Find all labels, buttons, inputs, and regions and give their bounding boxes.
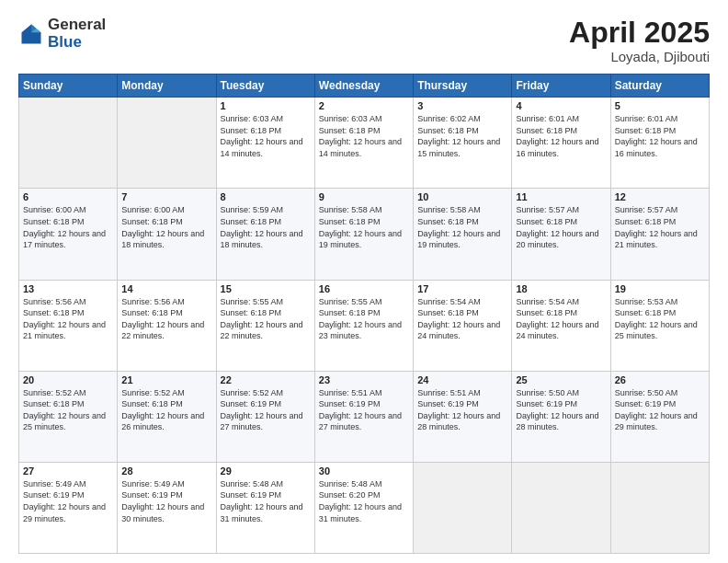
day-info: Sunrise: 5:51 AM Sunset: 6:19 PM Dayligh… xyxy=(417,387,507,433)
weekday-header-monday: Monday xyxy=(118,75,216,98)
day-info: Sunrise: 5:52 AM Sunset: 6:18 PM Dayligh… xyxy=(23,387,113,433)
day-cell: 5Sunrise: 6:01 AM Sunset: 6:18 PM Daylig… xyxy=(610,98,709,189)
day-cell: 10Sunrise: 5:58 AM Sunset: 6:18 PM Dayli… xyxy=(414,189,512,280)
week-row-5: 27Sunrise: 5:49 AM Sunset: 6:19 PM Dayli… xyxy=(19,462,710,553)
day-info: Sunrise: 6:03 AM Sunset: 6:18 PM Dayligh… xyxy=(319,113,409,159)
day-cell xyxy=(118,98,216,189)
header: General Blue April 2025 Loyada, Djibouti xyxy=(18,17,710,64)
day-cell xyxy=(19,98,118,189)
day-info: Sunrise: 5:52 AM Sunset: 6:18 PM Dayligh… xyxy=(121,387,211,433)
day-cell: 7Sunrise: 6:00 AM Sunset: 6:18 PM Daylig… xyxy=(118,189,216,280)
day-info: Sunrise: 5:55 AM Sunset: 6:18 PM Dayligh… xyxy=(221,296,311,342)
day-cell: 23Sunrise: 5:51 AM Sunset: 6:19 PM Dayli… xyxy=(314,371,413,462)
day-number: 11 xyxy=(516,191,606,202)
day-info: Sunrise: 6:00 AM Sunset: 6:18 PM Dayligh… xyxy=(23,204,113,250)
weekday-header-saturday: Saturday xyxy=(610,75,709,98)
day-cell: 27Sunrise: 5:49 AM Sunset: 6:19 PM Dayli… xyxy=(19,462,118,553)
day-info: Sunrise: 6:01 AM Sunset: 6:18 PM Dayligh… xyxy=(516,113,606,159)
day-number: 15 xyxy=(221,283,311,294)
day-cell: 6Sunrise: 6:00 AM Sunset: 6:18 PM Daylig… xyxy=(19,189,118,280)
day-number: 17 xyxy=(417,283,507,294)
day-number: 27 xyxy=(23,465,113,477)
day-cell: 18Sunrise: 5:54 AM Sunset: 6:18 PM Dayli… xyxy=(512,280,610,371)
week-row-2: 6Sunrise: 6:00 AM Sunset: 6:18 PM Daylig… xyxy=(19,189,710,280)
day-info: Sunrise: 5:58 AM Sunset: 6:18 PM Dayligh… xyxy=(319,204,409,250)
weekday-header-friday: Friday xyxy=(512,75,610,98)
day-number: 19 xyxy=(615,283,705,294)
day-cell: 13Sunrise: 5:56 AM Sunset: 6:18 PM Dayli… xyxy=(19,280,118,371)
day-info: Sunrise: 5:50 AM Sunset: 6:19 PM Dayligh… xyxy=(516,387,606,433)
day-number: 20 xyxy=(23,374,113,385)
day-cell: 17Sunrise: 5:54 AM Sunset: 6:18 PM Dayli… xyxy=(414,280,512,371)
day-info: Sunrise: 5:58 AM Sunset: 6:18 PM Dayligh… xyxy=(417,204,507,250)
day-number: 6 xyxy=(23,191,113,202)
day-number: 14 xyxy=(121,283,211,294)
day-info: Sunrise: 6:01 AM Sunset: 6:18 PM Dayligh… xyxy=(615,113,705,159)
day-cell: 12Sunrise: 5:57 AM Sunset: 6:18 PM Dayli… xyxy=(610,189,709,280)
day-cell: 8Sunrise: 5:59 AM Sunset: 6:18 PM Daylig… xyxy=(216,189,314,280)
day-cell: 14Sunrise: 5:56 AM Sunset: 6:18 PM Dayli… xyxy=(118,280,216,371)
day-cell xyxy=(414,462,512,553)
day-cell: 16Sunrise: 5:55 AM Sunset: 6:18 PM Dayli… xyxy=(314,280,413,371)
day-cell: 29Sunrise: 5:48 AM Sunset: 6:19 PM Dayli… xyxy=(216,462,314,553)
day-number: 16 xyxy=(319,283,409,294)
day-cell: 21Sunrise: 5:52 AM Sunset: 6:18 PM Dayli… xyxy=(118,371,216,462)
day-info: Sunrise: 5:57 AM Sunset: 6:18 PM Dayligh… xyxy=(516,204,606,250)
day-info: Sunrise: 5:56 AM Sunset: 6:18 PM Dayligh… xyxy=(121,296,211,342)
weekday-header-thursday: Thursday xyxy=(414,75,512,98)
logo-text: General Blue xyxy=(48,17,106,51)
day-info: Sunrise: 5:50 AM Sunset: 6:19 PM Dayligh… xyxy=(615,387,705,433)
day-info: Sunrise: 5:48 AM Sunset: 6:19 PM Dayligh… xyxy=(221,478,311,524)
week-row-4: 20Sunrise: 5:52 AM Sunset: 6:18 PM Dayli… xyxy=(19,371,710,462)
day-cell: 26Sunrise: 5:50 AM Sunset: 6:19 PM Dayli… xyxy=(610,371,709,462)
day-info: Sunrise: 5:54 AM Sunset: 6:18 PM Dayligh… xyxy=(417,296,507,342)
weekday-header-sunday: Sunday xyxy=(19,75,118,98)
day-number: 13 xyxy=(23,283,113,294)
title-area: April 2025 Loyada, Djibouti xyxy=(569,17,710,64)
logo-blue: Blue xyxy=(48,34,106,52)
week-row-1: 1Sunrise: 6:03 AM Sunset: 6:18 PM Daylig… xyxy=(19,98,710,189)
day-number: 12 xyxy=(615,191,705,202)
day-number: 10 xyxy=(417,191,507,202)
day-info: Sunrise: 5:57 AM Sunset: 6:18 PM Dayligh… xyxy=(615,204,705,250)
day-cell: 20Sunrise: 5:52 AM Sunset: 6:18 PM Dayli… xyxy=(19,371,118,462)
day-number: 21 xyxy=(121,374,211,385)
month-title: April 2025 xyxy=(569,17,710,49)
logo-general: General xyxy=(48,17,106,34)
weekday-header-row: SundayMondayTuesdayWednesdayThursdayFrid… xyxy=(19,75,710,98)
day-number: 28 xyxy=(121,465,211,477)
day-cell xyxy=(610,462,709,553)
day-number: 7 xyxy=(121,191,211,202)
day-info: Sunrise: 5:53 AM Sunset: 6:18 PM Dayligh… xyxy=(615,296,705,342)
day-info: Sunrise: 5:51 AM Sunset: 6:19 PM Dayligh… xyxy=(319,387,409,433)
day-cell: 15Sunrise: 5:55 AM Sunset: 6:18 PM Dayli… xyxy=(216,280,314,371)
day-number: 2 xyxy=(319,100,409,111)
day-info: Sunrise: 5:55 AM Sunset: 6:18 PM Dayligh… xyxy=(319,296,409,342)
day-cell: 22Sunrise: 5:52 AM Sunset: 6:19 PM Dayli… xyxy=(216,371,314,462)
day-number: 8 xyxy=(221,191,311,202)
day-cell: 3Sunrise: 6:02 AM Sunset: 6:18 PM Daylig… xyxy=(414,98,512,189)
day-number: 25 xyxy=(516,374,606,385)
day-cell: 11Sunrise: 5:57 AM Sunset: 6:18 PM Dayli… xyxy=(512,189,610,280)
weekday-header-tuesday: Tuesday xyxy=(216,75,314,98)
calendar-table: SundayMondayTuesdayWednesdayThursdayFrid… xyxy=(18,74,710,554)
day-info: Sunrise: 5:49 AM Sunset: 6:19 PM Dayligh… xyxy=(23,478,113,524)
day-cell: 19Sunrise: 5:53 AM Sunset: 6:18 PM Dayli… xyxy=(610,280,709,371)
day-number: 3 xyxy=(417,100,507,111)
day-number: 23 xyxy=(319,374,409,385)
day-cell: 24Sunrise: 5:51 AM Sunset: 6:19 PM Dayli… xyxy=(414,371,512,462)
week-row-3: 13Sunrise: 5:56 AM Sunset: 6:18 PM Dayli… xyxy=(19,280,710,371)
day-info: Sunrise: 5:54 AM Sunset: 6:18 PM Dayligh… xyxy=(516,296,606,342)
day-cell: 2Sunrise: 6:03 AM Sunset: 6:18 PM Daylig… xyxy=(314,98,413,189)
day-number: 22 xyxy=(221,374,311,385)
logo: General Blue xyxy=(18,17,106,51)
day-number: 9 xyxy=(319,191,409,202)
logo-icon xyxy=(18,21,44,47)
day-cell: 1Sunrise: 6:03 AM Sunset: 6:18 PM Daylig… xyxy=(216,98,314,189)
day-cell: 9Sunrise: 5:58 AM Sunset: 6:18 PM Daylig… xyxy=(314,189,413,280)
day-cell: 4Sunrise: 6:01 AM Sunset: 6:18 PM Daylig… xyxy=(512,98,610,189)
day-number: 24 xyxy=(417,374,507,385)
day-number: 1 xyxy=(221,100,311,111)
page: General Blue April 2025 Loyada, Djibouti… xyxy=(0,0,728,563)
day-number: 26 xyxy=(615,374,705,385)
